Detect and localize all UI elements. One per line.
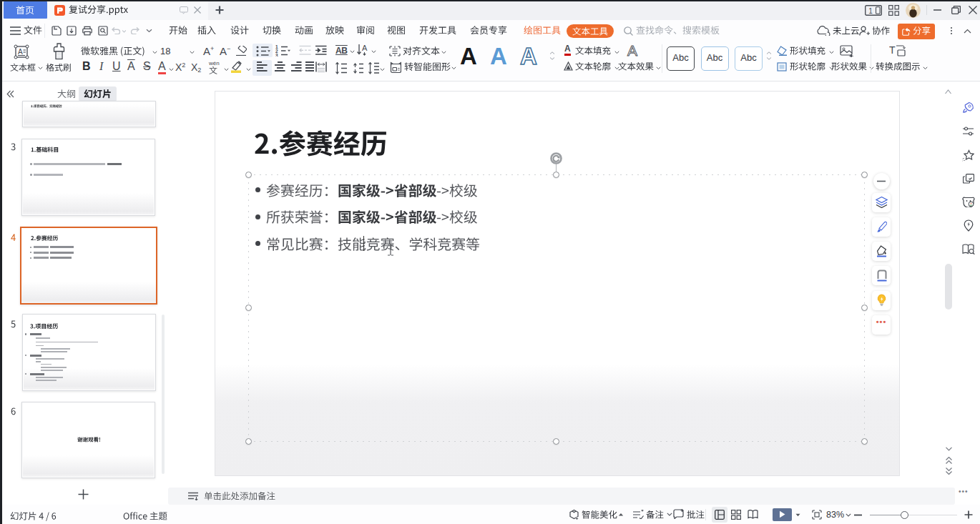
svg-text:1: 1 [868,7,873,15]
svg-text:T: T [889,44,896,56]
svg-text:A: A [362,44,368,52]
svg-text:A: A [18,48,23,56]
svg-text:3: 3 [275,53,278,56]
